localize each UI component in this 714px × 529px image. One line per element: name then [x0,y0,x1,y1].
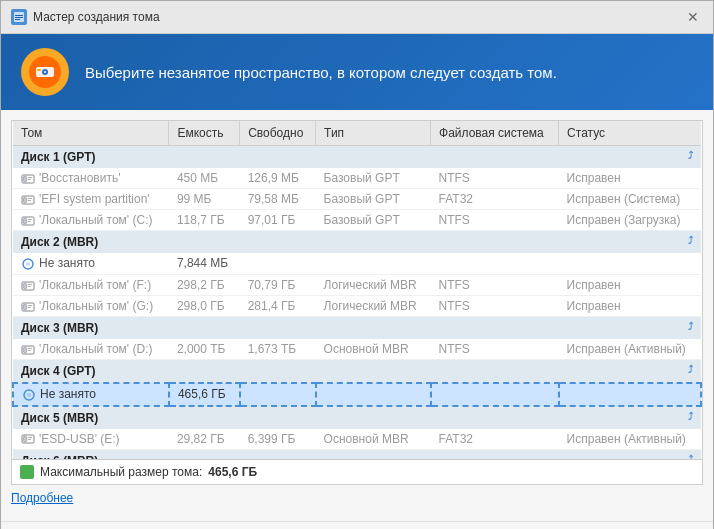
header-banner: Выберите незанятое пространство, в котор… [1,34,713,110]
disk-group-header: Диск 5 (MBR)⤴ [13,406,701,429]
footer: < Назад Далее > Отмена [1,521,713,529]
svg-point-35 [27,393,31,397]
svg-rect-3 [15,19,20,20]
status-bar: Максимальный размер тома: 465,6 ГБ [11,460,703,485]
status-indicator [20,465,34,479]
col-header-status: Статус [559,121,701,146]
svg-rect-38 [28,437,32,438]
disk-group-header: Диск 2 (MBR)⤴ [13,231,701,254]
link-row: Подробнее [11,485,703,511]
col-header-tom: Том [13,121,169,146]
svg-rect-11 [28,179,31,180]
col-header-free: Свободно [240,121,316,146]
svg-rect-19 [28,221,31,222]
svg-rect-32 [28,348,32,349]
table-row[interactable]: 'Восстановить'450 МБ126,9 МББазовый GPTN… [13,168,701,189]
table-row[interactable]: 'ESD-USB' (E:)29,82 ГБ6,399 ГБОсновной M… [13,429,701,450]
svg-point-9 [23,176,27,182]
svg-rect-29 [28,307,31,308]
disk-group-header: Диск 6 (MBR)⤴ [13,449,701,460]
svg-point-6 [44,71,46,73]
details-link[interactable]: Подробнее [11,491,73,505]
disk-group-header: Диск 3 (MBR)⤴ [13,316,701,339]
content-area: Том Емкость Свободно Тип Файловая систем… [1,110,713,521]
table-row[interactable]: 'Локальный том' (F:)298,2 ГБ70,79 ГБЛоги… [13,274,701,295]
close-button[interactable]: ✕ [683,7,703,27]
table-row[interactable]: 'Локальный том' (G:)298,0 ГБ281,4 ГБЛоги… [13,295,701,316]
disk-group-header: Диск 1 (GPT)⤴ [13,146,701,169]
table-header-row: Том Емкость Свободно Тип Файловая систем… [13,121,701,146]
svg-rect-33 [28,350,31,351]
col-header-fs: Файловая система [431,121,559,146]
svg-rect-2 [15,17,23,18]
disk-table-container[interactable]: Том Емкость Свободно Тип Файловая систем… [11,120,703,460]
svg-point-37 [23,436,27,442]
table-row[interactable]: 'Локальный том' (C:)118,7 ГБ97,01 ГББазо… [13,210,701,231]
table-row[interactable]: 'Локальный том' (D:)2,000 ТБ1,673 ТБОсно… [13,339,701,360]
col-header-type: Тип [316,121,431,146]
window-title: Мастер создания тома [33,10,160,24]
svg-point-23 [23,283,27,289]
svg-point-21 [26,262,30,266]
col-header-capacity: Емкость [169,121,240,146]
svg-rect-10 [28,177,32,178]
titlebar-left: Мастер создания тома [11,9,160,25]
table-row[interactable]: Не занято465,6 ГБ [13,383,701,406]
status-label: Максимальный размер тома: [40,465,202,479]
svg-rect-25 [28,286,31,287]
disk-group-header: Диск 4 (GPT)⤴ [13,359,701,383]
svg-rect-14 [28,198,32,199]
svg-rect-15 [28,200,31,201]
header-text: Выберите незанятое пространство, в котор… [85,62,557,83]
svg-rect-7 [37,69,41,71]
main-window: Мастер создания тома ✕ Выберите незанято… [0,0,714,529]
table-row[interactable]: 'EFI system partition'99 МБ79,58 МББазов… [13,189,701,210]
wizard-icon [21,48,69,96]
status-value: 465,6 ГБ [208,465,257,479]
svg-point-31 [23,347,27,353]
svg-rect-39 [28,439,31,440]
svg-point-13 [23,197,27,203]
window-icon [11,9,27,25]
svg-rect-28 [28,305,32,306]
disk-table: Том Емкость Свободно Тип Файловая систем… [12,121,702,460]
svg-rect-1 [15,15,23,16]
table-row[interactable]: Не занято7,844 МБ [13,253,701,274]
titlebar: Мастер создания тома ✕ [1,1,713,34]
svg-point-27 [23,304,27,310]
svg-rect-24 [28,284,32,285]
svg-point-17 [23,218,27,224]
svg-rect-18 [28,219,32,220]
